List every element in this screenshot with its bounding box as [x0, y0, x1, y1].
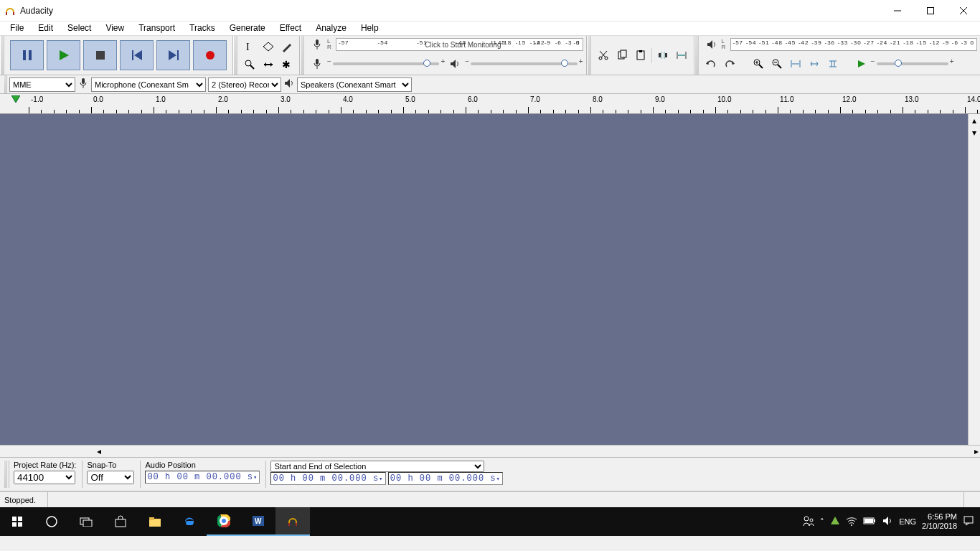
- svg-rect-79: [864, 519, 873, 523]
- play-speed-slider[interactable]: −+: [877, 62, 948, 65]
- menu-edit[interactable]: Edit: [31, 22, 60, 35]
- selection-tool-icon[interactable]: I: [240, 37, 259, 55]
- edge-icon[interactable]: [172, 507, 207, 536]
- play-at-speed-icon[interactable]: [852, 55, 871, 73]
- selection-start-field[interactable]: 00 h 00 m 00.000 s▾: [270, 472, 385, 485]
- audio-host-select[interactable]: MME: [9, 77, 75, 92]
- timeline-ruler[interactable]: -1.00.01.02.03.04.05.06.07.08.09.010.011…: [0, 94, 980, 114]
- cut-icon[interactable]: [594, 47, 613, 65]
- tracks-area[interactable]: ▴ ▾: [0, 114, 980, 445]
- redo-icon[interactable]: [720, 55, 739, 73]
- menu-tracks[interactable]: Tracks: [182, 22, 222, 35]
- vertical-scrollbar[interactable]: ▴ ▾: [968, 114, 980, 445]
- recording-meter-toolbar: LR -57-54-51-48-45-42-3 Click to Start M…: [299, 36, 586, 75]
- speaker-icon[interactable]: [702, 39, 722, 50]
- playback-device-select[interactable]: Speakers (Conexant Smart: [297, 77, 412, 92]
- copy-icon[interactable]: [613, 47, 631, 65]
- mic-icon[interactable]: [307, 39, 327, 50]
- action-center-icon[interactable]: [963, 515, 974, 528]
- envelope-tool-icon[interactable]: [259, 37, 278, 55]
- selection-mode-select[interactable]: Start and End of Selection: [270, 461, 484, 472]
- svg-text:I: I: [246, 42, 250, 52]
- menu-effect[interactable]: Effect: [273, 22, 308, 35]
- svg-rect-12: [177, 50, 179, 60]
- word-icon[interactable]: W: [241, 507, 275, 536]
- svg-rect-50: [82, 78, 85, 84]
- zoom-in-icon[interactable]: [749, 55, 768, 73]
- task-view-icon[interactable]: [69, 507, 103, 536]
- store-icon[interactable]: [103, 507, 138, 536]
- silence-icon[interactable]: [672, 47, 691, 65]
- recording-volume-slider[interactable]: −+: [333, 62, 439, 65]
- zoom-toggle-icon[interactable]: [824, 55, 842, 73]
- tray-overflow-icon[interactable]: ˄: [820, 517, 824, 527]
- battery-icon[interactable]: [863, 517, 876, 527]
- toolbar-grip[interactable]: [3, 75, 7, 93]
- menu-transport[interactable]: Transport: [131, 22, 182, 35]
- svg-marker-21: [270, 62, 273, 67]
- svg-marker-20: [264, 62, 266, 67]
- chrome-icon[interactable]: [207, 507, 241, 536]
- fit-project-icon[interactable]: [805, 55, 824, 73]
- record-button[interactable]: [193, 40, 227, 70]
- recording-channels-select[interactable]: 2 (Stereo) Recor: [208, 77, 281, 92]
- ruler-label: 3.0: [281, 95, 291, 103]
- menu-help[interactable]: Help: [354, 22, 386, 35]
- stop-button[interactable]: [83, 40, 117, 70]
- timeshift-tool-icon[interactable]: [259, 55, 278, 73]
- language-indicator[interactable]: ENG: [899, 517, 916, 526]
- file-explorer-icon[interactable]: [138, 507, 172, 536]
- menu-analyze[interactable]: Analyze: [308, 22, 354, 35]
- selection-end-field[interactable]: 00 h 00 m 00.000 s▾: [388, 472, 503, 485]
- menu-view[interactable]: View: [98, 22, 131, 35]
- audacity-taskbar-icon[interactable]: [275, 507, 310, 536]
- svg-point-76: [851, 524, 852, 526]
- project-rate-select[interactable]: 44100: [14, 471, 75, 484]
- fit-selection-icon[interactable]: [786, 55, 805, 73]
- paste-icon[interactable]: [631, 47, 650, 65]
- snap-to-select[interactable]: Off: [87, 471, 134, 484]
- zoom-out-icon[interactable]: [768, 55, 786, 73]
- wifi-icon[interactable]: [846, 516, 857, 527]
- people-icon[interactable]: [803, 515, 814, 528]
- playback-meter[interactable]: -57-54-51-48-45-42-39-36-33-30-27-24-21-…: [730, 38, 978, 51]
- pause-button[interactable]: [10, 40, 44, 70]
- maximize-button[interactable]: [914, 0, 947, 22]
- skip-end-button[interactable]: [156, 40, 190, 70]
- ruler-label: 2.0: [218, 95, 228, 103]
- toolbar-grip[interactable]: [3, 461, 7, 488]
- menu-select[interactable]: Select: [60, 22, 98, 35]
- recording-meter[interactable]: -57-54-51-48-45-42-3 Click to Start Moni…: [336, 38, 583, 51]
- svg-rect-57: [18, 522, 22, 527]
- svg-rect-6: [23, 50, 26, 60]
- play-button[interactable]: [47, 40, 80, 70]
- skip-start-button[interactable]: [120, 40, 154, 70]
- taskbar-clock[interactable]: 6:56 PM2/10/2018: [922, 512, 957, 531]
- mic-device-icon: [77, 77, 89, 91]
- audio-position-field[interactable]: 00 h 00 m 00.000 s▾: [145, 471, 260, 484]
- recording-device-select[interactable]: Microphone (Conexant Sm: [91, 77, 206, 92]
- undo-icon[interactable]: [702, 55, 720, 73]
- zoom-tool-icon[interactable]: [240, 55, 259, 73]
- minimize-button[interactable]: [881, 0, 914, 22]
- close-button[interactable]: [947, 0, 980, 22]
- menu-file[interactable]: File: [3, 22, 31, 35]
- playback-volume-slider[interactable]: −+: [471, 62, 577, 65]
- app-title: Audacity: [20, 6, 53, 16]
- tray-app-icon[interactable]: [830, 516, 840, 527]
- volume-tray-icon[interactable]: [882, 515, 893, 528]
- horizontal-scrollbar[interactable]: ◂▸: [0, 445, 980, 457]
- draw-tool-icon[interactable]: [278, 37, 296, 55]
- scroll-up-icon[interactable]: ▴: [969, 114, 980, 126]
- multi-tool-icon[interactable]: ✱: [278, 55, 296, 73]
- scroll-right-icon[interactable]: ▸: [974, 446, 979, 456]
- svg-marker-39: [707, 40, 712, 49]
- svg-line-43: [759, 65, 763, 68]
- svg-point-58: [47, 517, 57, 527]
- scroll-down-icon[interactable]: ▾: [969, 126, 980, 138]
- trim-icon[interactable]: [654, 47, 672, 65]
- start-button[interactable]: [0, 507, 34, 536]
- scroll-left-icon[interactable]: ◂: [97, 446, 101, 456]
- menu-generate[interactable]: Generate: [222, 22, 273, 35]
- cortana-icon[interactable]: [34, 507, 69, 536]
